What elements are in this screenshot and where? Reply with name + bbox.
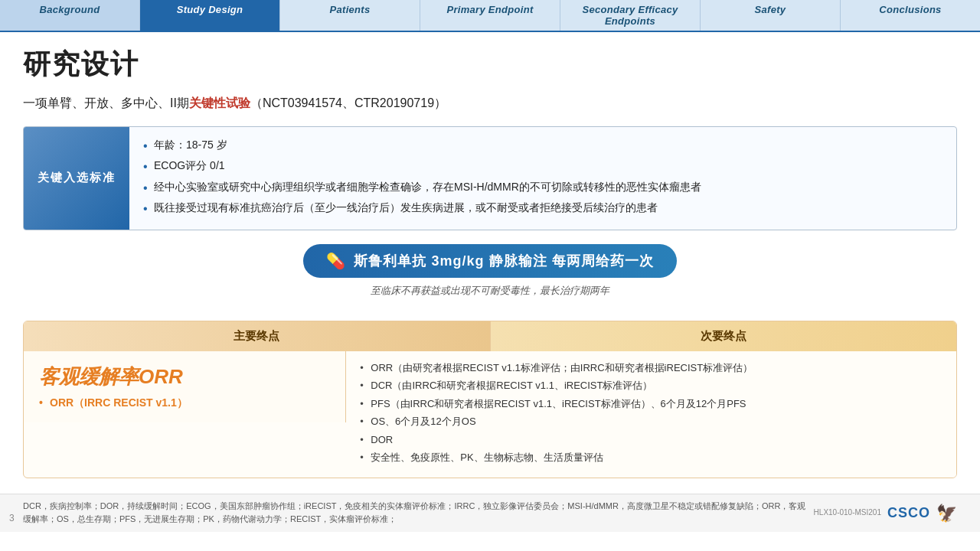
footer-code: HLX10-010-MSI201 <box>814 507 881 519</box>
subtitle: 一项单臂、开放、多中心、II期关键性试验（NCT03941574、CTR2019… <box>23 94 957 112</box>
page-number: 3 <box>9 511 15 526</box>
endpoints-container: 主要终点 次要终点 客观缓解率ORR ORR（IRRC RECIST v1.1）… <box>23 321 957 478</box>
footer-right: HLX10-010-MSI201 CSCO 🦅 <box>814 500 957 527</box>
secondary-item: PFS（由IRRC和研究者根据RECIST v1.1、iRECIST标准评估）、… <box>360 396 942 412</box>
secondary-item: DCR（由IRRC和研究者根据RECIST v1.1、iRECIST标准评估） <box>360 378 942 393</box>
criteria-item: 既往接受过现有标准抗癌治疗后（至少一线治疗后）发生疾病进展，或不耐受或者拒绝接受… <box>143 199 942 216</box>
primary-sub-list: ORR（IRRC RECIST v1.1） <box>39 396 330 410</box>
nav-tab-secondary-efficacy[interactable]: Secondary Efficacy Endpoints <box>560 0 701 31</box>
subtitle-suffix: （NCT03941574、CTR20190719） <box>250 96 446 109</box>
criteria-item: 经中心实验室或研究中心病理组织学或者细胞学检查确诊，存在MSI-H/dMMR的不… <box>143 178 942 195</box>
primary-endpoint-body: 客观缓解率ORR ORR（IRRC RECIST v1.1） <box>24 351 346 422</box>
endpoints-headers: 主要终点 次要终点 <box>24 321 956 351</box>
drug-note: 至临床不再获益或出现不可耐受毒性，最长治疗期两年 <box>371 284 609 298</box>
footer-text: DCR，疾病控制率；DOR，持续缓解时间；ECOG，美国东部肿瘤协作组；iREC… <box>23 500 814 527</box>
secondary-endpoint-header: 次要终点 <box>491 321 957 351</box>
secondary-item: 安全性、免疫原性、PK、生物标志物、生活质量评估 <box>360 450 942 465</box>
nav-tab-primary-endpoint[interactable]: Primary Endpoint <box>420 0 560 31</box>
csco-emblem: 🦅 <box>936 500 957 527</box>
criteria-item: 年龄：18-75 岁 <box>143 136 942 153</box>
footer-logo: CSCO <box>887 502 930 524</box>
drug-icon: 💊 <box>326 252 346 270</box>
nav-tab-conclusions[interactable]: Conclusions <box>841 0 980 31</box>
secondary-endpoint-body: ORR（由研究者根据RECIST v1.1标准评估；由IRRC和研究者根据iRE… <box>346 351 956 478</box>
secondary-list: ORR（由研究者根据RECIST v1.1标准评估；由IRRC和研究者根据iRE… <box>360 360 942 465</box>
drug-center-wrap: 💊 斯鲁利单抗 3mg/kg 静脉输注 每两周给药一次 至临床不再获益或出现不可… <box>23 244 957 310</box>
navigation-bar: BackgroundStudy DesignPatientsPrimary En… <box>0 0 980 32</box>
page-title: 研究设计 <box>23 46 957 83</box>
primary-sub-item: ORR（IRRC RECIST v1.1） <box>39 396 330 410</box>
criteria-content: 年龄：18-75 岁ECOG评分 0/1经中心实验室或研究中心病理组织学或者细胞… <box>129 127 956 230</box>
drug-box: 💊 斯鲁利单抗 3mg/kg 静脉输注 每两周给药一次 <box>303 244 676 278</box>
nav-tab-study-design[interactable]: Study Design <box>140 0 280 31</box>
nav-tab-patients[interactable]: Patients <box>280 0 420 31</box>
secondary-item: DOR <box>360 432 942 448</box>
drug-text: 斯鲁利单抗 3mg/kg 静脉输注 每两周给药一次 <box>354 252 653 270</box>
criteria-label: 关键入选标准 <box>24 127 129 230</box>
subtitle-prefix: 一项单臂、开放、多中心、II期 <box>23 96 189 109</box>
endpoints-body: 客观缓解率ORR ORR（IRRC RECIST v1.1） ORR（由研究者根… <box>24 351 956 478</box>
nav-tab-safety[interactable]: Safety <box>701 0 841 31</box>
criteria-item: ECOG评分 0/1 <box>143 157 942 174</box>
secondary-item: OS、6个月及12个月OS <box>360 414 942 429</box>
secondary-item: ORR（由研究者根据RECIST v1.1标准评估；由IRRC和研究者根据iRE… <box>360 360 942 376</box>
subtitle-highlight: 关键性试验 <box>189 96 250 109</box>
footer: 3 DCR，疾病控制率；DOR，持续缓解时间；ECOG，美国东部肿瘤协作组；iR… <box>0 494 980 532</box>
nav-tab-background[interactable]: Background <box>0 0 140 31</box>
primary-endpoint-main: 客观缓解率ORR <box>39 364 330 390</box>
primary-endpoint-header: 主要终点 <box>24 321 491 351</box>
main-content: 研究设计 一项单臂、开放、多中心、II期关键性试验（NCT03941574、CT… <box>0 32 980 494</box>
criteria-section: 关键入选标准 年龄：18-75 岁ECOG评分 0/1经中心实验室或研究中心病理… <box>23 126 957 230</box>
